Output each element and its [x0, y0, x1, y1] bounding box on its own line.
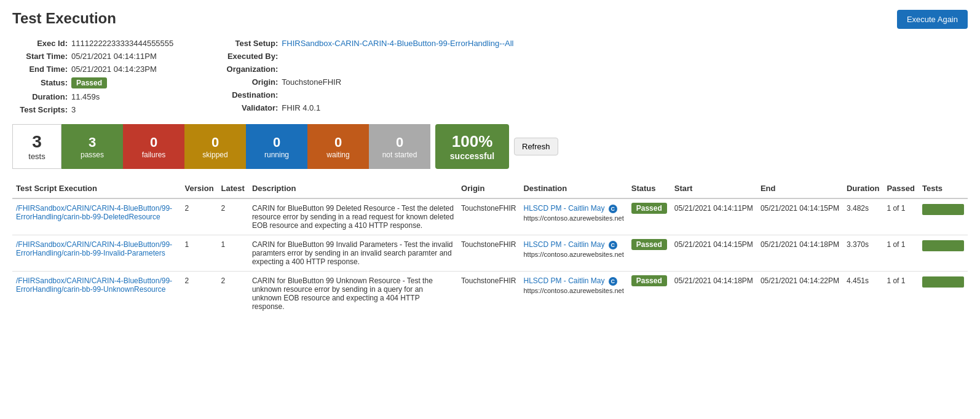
- test-setup-link[interactable]: FHIRSandbox-CARIN-CARIN-4-BlueButton-99-…: [282, 39, 513, 48]
- results-table: Test Script Execution Version Latest Des…: [12, 179, 968, 316]
- running-tile: 0 running: [246, 124, 307, 169]
- dest-url: https://contoso.azurewebsites.net: [523, 214, 623, 222]
- origin-cell: TouchstoneFHIR: [457, 235, 520, 272]
- test-scripts-label: Test Scripts:: [12, 105, 68, 114]
- notstarted-count: 0: [381, 135, 418, 151]
- script-link[interactable]: /FHIRSandbox/CARIN/CARIN-4-BlueButton/99…: [16, 240, 172, 257]
- skipped-tile: 0 skipped: [184, 124, 246, 169]
- skipped-label: skipped: [197, 151, 234, 159]
- dest-name-link[interactable]: HLSCD PM - Caitlin May C: [523, 276, 623, 286]
- test-setup-row: Test Setup: FHIRSandbox-CARIN-CARIN-4-Bl…: [223, 39, 513, 48]
- origin-value: TouchstoneFHIR: [282, 77, 341, 87]
- destination-cell: HLSCD PM - Caitlin May C https://contoso…: [520, 198, 627, 235]
- script-cell: /FHIRSandbox/CARIN/CARIN-4-BlueButton/99…: [12, 272, 181, 316]
- col-tests: Tests: [919, 179, 968, 198]
- c-badge: C: [609, 241, 617, 249]
- validator-label: Validator:: [223, 103, 278, 112]
- latest-cell: 2: [218, 272, 248, 316]
- failures-count: 0: [135, 135, 172, 151]
- script-link[interactable]: /FHIRSandbox/CARIN/CARIN-4-BlueButton/99…: [16, 276, 172, 294]
- success-label: successful: [448, 151, 497, 161]
- validator-row: Validator: FHIR 4.0.1: [223, 103, 513, 112]
- origin-row: Origin: TouchstoneFHIR: [223, 77, 513, 87]
- waiting-tile: 0 waiting: [307, 124, 369, 169]
- start-cell: 05/21/2021 04:14:15PM: [671, 235, 757, 272]
- c-badge: C: [609, 205, 617, 213]
- table-row: /FHIRSandbox/CARIN/CARIN-4-BlueButton/99…: [12, 272, 968, 316]
- origin-label: Origin:: [223, 77, 278, 87]
- execute-again-button[interactable]: Execute Again: [897, 10, 968, 29]
- total-count: 3: [25, 132, 49, 152]
- page-container: Test Execution Execute Again Exec Id: 11…: [0, 0, 980, 326]
- latest-cell: 2: [218, 198, 248, 235]
- duration-value: 11.459s: [71, 92, 100, 101]
- col-passed: Passed: [883, 179, 919, 198]
- end-cell: 05/21/2021 04:14:18PM: [757, 235, 843, 272]
- destination-cell: HLSCD PM - Caitlin May C https://contoso…: [520, 272, 627, 316]
- dest-url: https://contoso.azurewebsites.net: [523, 251, 623, 258]
- waiting-label: waiting: [320, 151, 357, 159]
- status-cell: Passed: [628, 198, 671, 235]
- exec-id-row: Exec Id: 11112222233333444555555: [12, 39, 173, 48]
- duration-cell: 4.451s: [843, 272, 883, 316]
- duration-label: Duration:: [12, 92, 68, 101]
- exec-right-col: Test Setup: FHIRSandbox-CARIN-CARIN-4-Bl…: [223, 39, 513, 114]
- status-cell: Passed: [628, 272, 671, 316]
- table-row: /FHIRSandbox/CARIN/CARIN-4-BlueButton/99…: [12, 235, 968, 272]
- exec-left-col: Exec Id: 11112222233333444555555 Start T…: [12, 39, 173, 114]
- organization-row: Organization:: [223, 65, 513, 74]
- skipped-count: 0: [197, 135, 234, 151]
- exec-id-value: 11112222233333444555555: [71, 39, 173, 48]
- destination-cell: HLSCD PM - Caitlin May C https://contoso…: [520, 235, 627, 272]
- duration-row: Duration: 11.459s: [12, 92, 173, 101]
- failures-label: failures: [135, 151, 172, 159]
- start-cell: 05/21/2021 04:14:18PM: [671, 272, 757, 316]
- end-time-value: 05/21/2021 04:14:23PM: [71, 65, 157, 74]
- duration-cell: 3.482s: [843, 198, 883, 235]
- progress-cell: [919, 272, 968, 316]
- passed-cell: 1 of 1: [883, 198, 919, 235]
- passed-cell: 1 of 1: [883, 235, 919, 272]
- destination-label: Destination:: [223, 90, 278, 100]
- end-time-label: End Time:: [12, 65, 68, 74]
- col-origin: Origin: [457, 179, 520, 198]
- latest-cell: 1: [218, 235, 248, 272]
- col-status: Status: [628, 179, 671, 198]
- organization-label: Organization:: [223, 65, 278, 74]
- origin-cell: TouchstoneFHIR: [457, 272, 520, 316]
- duration-cell: 3.370s: [843, 235, 883, 272]
- passed-badge: Passed: [631, 275, 667, 286]
- passes-label: passes: [74, 151, 111, 159]
- progress-bar: [922, 240, 964, 251]
- script-link[interactable]: /FHIRSandbox/CARIN/CARIN-4-BlueButton/99…: [16, 204, 172, 221]
- status-badge: Passed: [71, 77, 107, 88]
- refresh-button[interactable]: Refresh: [514, 138, 558, 155]
- script-cell: /FHIRSandbox/CARIN/CARIN-4-BlueButton/99…: [12, 198, 181, 235]
- description-cell: CARIN for BlueButton 99 Deleted Resource…: [248, 198, 457, 235]
- progress-bar: [922, 276, 964, 288]
- end-cell: 05/21/2021 04:14:22PM: [757, 272, 843, 316]
- col-duration: Duration: [843, 179, 883, 198]
- dest-name-link[interactable]: HLSCD PM - Caitlin May C: [523, 204, 623, 213]
- passed-badge: Passed: [631, 239, 667, 250]
- status-label: Status:: [12, 78, 68, 87]
- exec-details: Exec Id: 11112222233333444555555 Start T…: [12, 39, 968, 114]
- table-header-row: Test Script Execution Version Latest Des…: [12, 179, 968, 198]
- running-count: 0: [258, 135, 295, 151]
- running-label: running: [258, 151, 295, 159]
- passed-cell: 1 of 1: [883, 272, 919, 316]
- col-latest: Latest: [218, 179, 248, 198]
- c-badge: C: [609, 277, 617, 286]
- dest-name-link[interactable]: HLSCD PM - Caitlin May C: [523, 240, 623, 249]
- status-cell: Passed: [628, 235, 671, 272]
- end-time-row: End Time: 05/21/2021 04:14:23PM: [12, 65, 173, 74]
- page-title: Test Execution: [12, 10, 116, 27]
- description-cell: CARIN for BlueButton 99 Invalid Paramete…: [248, 235, 457, 272]
- start-time-row: Start Time: 05/21/2021 04:14:11PM: [12, 52, 173, 61]
- version-cell: 1: [181, 235, 218, 272]
- col-destination: Destination: [520, 179, 627, 198]
- script-cell: /FHIRSandbox/CARIN/CARIN-4-BlueButton/99…: [12, 235, 181, 272]
- test-scripts-row: Test Scripts: 3: [12, 105, 173, 114]
- start-time-label: Start Time:: [12, 52, 68, 61]
- version-cell: 2: [181, 272, 218, 316]
